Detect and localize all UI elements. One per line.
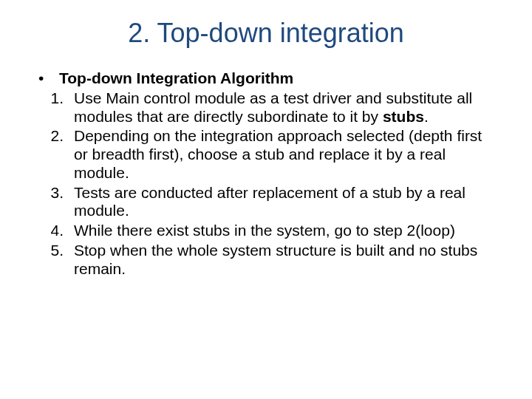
list-number: 2. — [34, 127, 74, 146]
slide-title: 2. Top-down integration — [34, 18, 498, 49]
list-item: 5. Stop when the whole system structure … — [34, 242, 498, 279]
list-number: 1. — [34, 89, 74, 108]
list-text: Depending on the integration approach se… — [74, 127, 498, 182]
list-item: 3. Tests are conducted after replacement… — [34, 184, 498, 221]
intro-text: Top-down Integration Algorithm — [59, 69, 498, 88]
list-item: 1. Use Main control module as a test dri… — [34, 89, 498, 126]
list-number: 4. — [34, 222, 74, 240]
list-number: 5. — [34, 242, 74, 260]
list-text: Stop when the whole system structure is … — [74, 242, 498, 279]
list-text: Use Main control module as a test driver… — [74, 89, 498, 126]
content-area: • Top-down Integration Algorithm 1. Use … — [34, 69, 498, 278]
intro-bullet: • Top-down Integration Algorithm — [34, 69, 498, 88]
bullet-dot-icon: • — [34, 69, 59, 88]
list-item: 2. Depending on the integration approach… — [34, 127, 498, 182]
slide: 2. Top-down integration • Top-down Integ… — [0, 0, 532, 399]
list-text: While there exist stubs in the system, g… — [74, 222, 498, 240]
list-number: 3. — [34, 184, 74, 202]
list-text: Tests are conducted after replacement of… — [74, 184, 498, 221]
list-item: 4. While there exist stubs in the system… — [34, 222, 498, 240]
